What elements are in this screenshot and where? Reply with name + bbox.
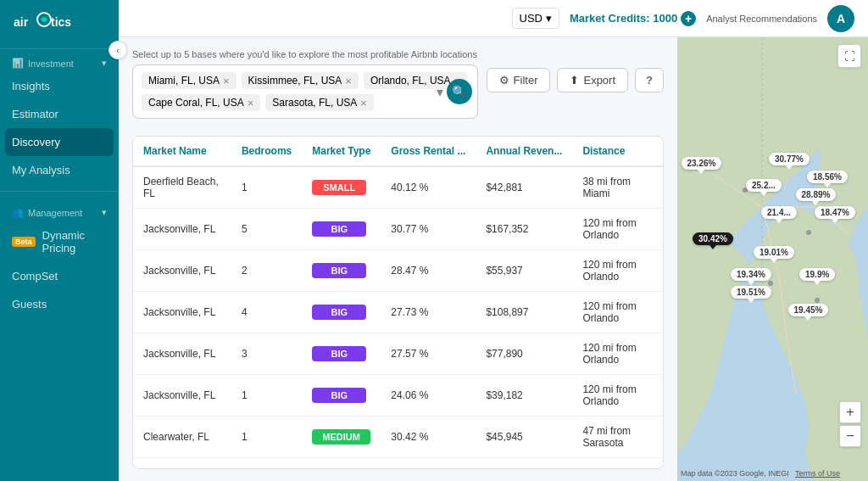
cell-bedrooms: 3 bbox=[231, 458, 302, 470]
map-zoom-out-button[interactable]: − bbox=[839, 425, 861, 447]
table-row[interactable]: Deerfield Beach, FL 1 SMALL 40.12 % $42,… bbox=[133, 166, 663, 209]
map-price-label[interactable]: 19.34% bbox=[731, 268, 771, 281]
table-row[interactable]: Jacksonville, FL 1 BIG 24.06 % $39,182 1… bbox=[133, 375, 663, 417]
search-box[interactable]: Miami, FL, USA × Kissimmee, FL, USA × Or… bbox=[132, 64, 478, 119]
add-credits-button[interactable]: + bbox=[681, 11, 696, 26]
user-avatar[interactable]: A bbox=[827, 5, 854, 32]
sidebar-item-insights[interactable]: Insights bbox=[0, 72, 119, 100]
search-hint: Select up to 5 bases where you'd like to… bbox=[132, 49, 478, 59]
sidebar-section-investment[interactable]: 📊 Investment ▾ bbox=[0, 49, 119, 72]
table-row[interactable]: Jacksonville, FL 3 BIG 27.57 % $77,890 1… bbox=[133, 333, 663, 375]
map-price-label[interactable]: 19.01% bbox=[754, 246, 794, 259]
sidebar-item-dynamic-pricing[interactable]: Beta Dynamic Pricing bbox=[0, 221, 119, 262]
results-table-wrapper: Market Name Bedrooms Market Type Gross R… bbox=[132, 136, 664, 469]
beta-badge: Beta bbox=[12, 237, 36, 247]
map-price-label[interactable]: 19.9% bbox=[799, 268, 835, 281]
cell-annual-revenue: $39,182 bbox=[476, 375, 572, 417]
cell-annual-revenue: $55,937 bbox=[476, 250, 572, 292]
management-label: Management bbox=[28, 208, 82, 218]
svg-text:air: air bbox=[14, 15, 29, 29]
help-button[interactable]: ? bbox=[635, 68, 664, 92]
sidebar-item-compset[interactable]: CompSet bbox=[0, 262, 119, 290]
col-bedrooms: Bedrooms bbox=[231, 137, 302, 166]
search-dropdown-icon[interactable]: ▾ bbox=[437, 84, 443, 100]
cell-annual-revenue: $103,898 bbox=[476, 458, 572, 470]
table-row[interactable]: Jacksonville, FL 2 BIG 28.47 % $55,937 1… bbox=[133, 250, 663, 292]
cell-market-type: SMALL bbox=[302, 166, 381, 209]
remove-sarasota-tag[interactable]: × bbox=[360, 98, 367, 109]
investment-label: Investment bbox=[28, 59, 74, 69]
sidebar-item-discovery[interactable]: Discovery bbox=[5, 128, 114, 156]
cell-market-name: Clearwater, FL bbox=[133, 417, 231, 458]
sidebar-collapse-button[interactable]: ‹ bbox=[108, 41, 127, 59]
cell-market-name: Clearwater, FL bbox=[133, 458, 231, 470]
cell-market-type: BIG bbox=[302, 292, 381, 333]
sidebar-section-management[interactable]: 👥 Management ▾ bbox=[0, 199, 119, 221]
map-container[interactable]: 23.26%30.77%18.56%25.2...28.89%21.4...18… bbox=[677, 37, 868, 481]
filter-button[interactable]: ⚙ Filter bbox=[487, 68, 551, 92]
map-price-label[interactable]: 30.77% bbox=[769, 153, 810, 165]
map-price-label[interactable]: 21.4... bbox=[761, 206, 797, 219]
table-body: Deerfield Beach, FL 1 SMALL 40.12 % $42,… bbox=[133, 166, 663, 469]
search-tag-cape-coral[interactable]: Cape Coral, FL, USA × bbox=[142, 94, 260, 111]
filter-icon: ⚙ bbox=[499, 74, 509, 87]
map-price-label[interactable]: 25.2... bbox=[746, 179, 782, 192]
cell-distance: 120 mi from Orlando bbox=[572, 250, 663, 292]
cell-bedrooms: 3 bbox=[231, 333, 302, 375]
analyst-recommendations-link[interactable]: Analyst Recommendations bbox=[706, 14, 817, 24]
cell-market-type: BIG bbox=[302, 250, 381, 292]
cell-bedrooms: 1 bbox=[231, 166, 302, 209]
search-submit-button[interactable]: 🔍 bbox=[447, 79, 472, 104]
map-price-label[interactable]: 19.45% bbox=[788, 304, 829, 316]
remove-kissimmee-tag[interactable]: × bbox=[345, 76, 352, 87]
map-zoom-controls: + − bbox=[839, 401, 861, 447]
cell-bedrooms: 5 bbox=[231, 209, 302, 250]
map-panel: 23.26%30.77%18.56%25.2...28.89%21.4...18… bbox=[677, 37, 868, 481]
sidebar-item-estimator[interactable]: Estimator bbox=[0, 100, 119, 128]
map-price-label[interactable]: 23.26% bbox=[682, 157, 722, 170]
col-gross-rental: Gross Rental ... bbox=[381, 137, 476, 166]
logo-svg: tics air bbox=[12, 10, 88, 36]
management-chevron: ▾ bbox=[102, 207, 107, 218]
map-zoom-in-button[interactable]: + bbox=[839, 401, 861, 423]
col-annual-revenue: Annual Reven... bbox=[476, 137, 572, 166]
cell-distance: 120 mi from Orlando bbox=[572, 333, 663, 375]
cell-annual-revenue: $167,352 bbox=[476, 209, 572, 250]
export-button[interactable]: ⬆ Export bbox=[557, 68, 628, 92]
table-row[interactable]: Jacksonville, FL 4 BIG 27.73 % $108,897 … bbox=[133, 292, 663, 333]
cell-distance: 120 mi from Orlando bbox=[572, 292, 663, 333]
table-header-row: Market Name Bedrooms Market Type Gross R… bbox=[133, 137, 663, 166]
content-area: Select up to 5 bases where you'd like to… bbox=[119, 37, 868, 481]
cell-market-type: BIG bbox=[302, 375, 381, 417]
sidebar-item-my-analysis[interactable]: My Analysis bbox=[0, 156, 119, 184]
search-action-row: Select up to 5 bases where you'd like to… bbox=[132, 49, 664, 127]
map-price-label[interactable]: 30.42% bbox=[693, 232, 733, 245]
action-buttons: ⚙ Filter ⬆ Export ? bbox=[487, 68, 664, 92]
market-credits: Market Credits: 1000 + bbox=[570, 11, 696, 26]
sidebar-item-guests[interactable]: Guests bbox=[0, 290, 119, 318]
map-price-label[interactable]: 18.56% bbox=[807, 171, 848, 183]
search-box-wrapper: Select up to 5 bases where you'd like to… bbox=[132, 49, 478, 127]
management-icon: 👥 bbox=[12, 207, 24, 218]
table-row[interactable]: Clearwater, FL 1 MEDIUM 30.42 % $45,945 … bbox=[133, 417, 663, 458]
map-price-label[interactable]: 28.89% bbox=[796, 188, 837, 201]
cell-market-type: MEDIUM bbox=[302, 417, 381, 458]
cell-gross-rental: 27.73 % bbox=[381, 292, 476, 333]
search-tag-sarasota[interactable]: Sarasota, FL, USA × bbox=[265, 94, 374, 111]
search-tag-kissimmee[interactable]: Kissimmee, FL, USA × bbox=[242, 72, 359, 89]
currency-selector[interactable]: USD ▾ bbox=[512, 8, 559, 29]
logo: tics air bbox=[0, 0, 119, 49]
cell-annual-revenue: $42,881 bbox=[476, 166, 572, 209]
search-tag-miami[interactable]: Miami, FL, USA × bbox=[142, 72, 236, 89]
table-row[interactable]: Jacksonville, FL 5 BIG 30.77 % $167,352 … bbox=[133, 209, 663, 250]
sidebar-divider bbox=[0, 191, 119, 192]
main-area: USD ▾ Market Credits: 1000 + Analyst Rec… bbox=[119, 0, 868, 481]
table-row[interactable]: Clearwater, FL 3 MEDIUM 25.22 % $103,898… bbox=[133, 458, 663, 470]
cell-market-type: BIG bbox=[302, 333, 381, 375]
map-fullscreen-button[interactable]: ⛶ bbox=[837, 44, 861, 68]
remove-miami-tag[interactable]: × bbox=[223, 76, 230, 87]
remove-cape-coral-tag[interactable]: × bbox=[248, 98, 254, 109]
map-price-label[interactable]: 19.51% bbox=[731, 286, 771, 299]
map-price-label[interactable]: 18.47% bbox=[815, 206, 855, 219]
cell-gross-rental: 28.47 % bbox=[381, 250, 476, 292]
